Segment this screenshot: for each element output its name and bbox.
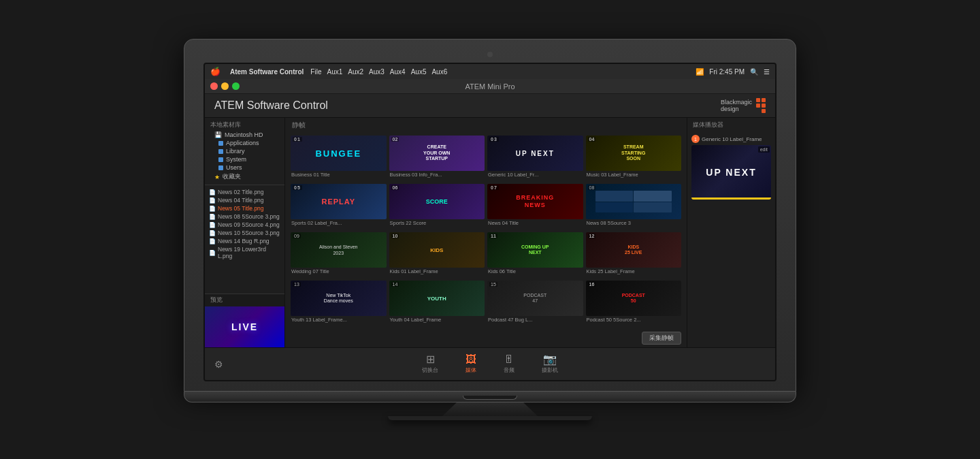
mac-menubar: 🍎 Atem Software Control File Aux1 Aux2 A… bbox=[205, 64, 775, 79]
media-player-preview: 1 Generic 10 Label_Frame edit UP NEXT bbox=[687, 132, 775, 202]
still-04[interactable]: 04 STREAMSTARTINGSOON Music 03 Label_Fra… bbox=[586, 136, 682, 181]
still-thumb-01: 01 BUNGEE bbox=[291, 136, 387, 171]
file-list: 📄 News 02 Title.png 📄 News 04 Title.png … bbox=[205, 188, 284, 294]
file-name: News 04 Title.png bbox=[218, 197, 264, 204]
still-number: 15 bbox=[489, 282, 497, 287]
audio-tab[interactable]: 🎚 音频 bbox=[490, 351, 528, 377]
menu-icon[interactable]: ☰ bbox=[764, 68, 770, 76]
folder-icon bbox=[218, 149, 223, 154]
edit-button[interactable]: edit bbox=[758, 146, 770, 153]
search-icon[interactable]: 🔍 bbox=[750, 68, 758, 76]
menu-aux3[interactable]: Aux3 bbox=[369, 68, 385, 76]
still-01[interactable]: 01 BUNGEE Business 01 Title bbox=[291, 136, 387, 181]
still-number: 12 bbox=[588, 234, 596, 238]
menu-aux1[interactable]: Aux1 bbox=[327, 68, 342, 76]
still-number: 06 bbox=[391, 185, 399, 190]
still-thumb-14: 14 YOUTH bbox=[389, 281, 485, 316]
still-11[interactable]: 11 COMING UPNEXT Kids 06 Title bbox=[487, 232, 583, 278]
preview-label: 预览 bbox=[205, 294, 284, 306]
bmd-dot-6 bbox=[762, 109, 766, 113]
minimize-button[interactable] bbox=[221, 82, 229, 90]
still-thumb-09: 09 Alison and Steven2023 bbox=[291, 232, 387, 268]
still-content: Alison and Steven2023 bbox=[319, 244, 357, 256]
still-content: PODCAST50 bbox=[622, 293, 645, 304]
bottom-toolbar: ⚙ ⊞ 切换台 🖼 媒体 🎚 音频 📷 摄影机 bbox=[205, 347, 775, 380]
file-item[interactable]: 📄 News 10 5Source 3.png bbox=[205, 229, 284, 237]
menu-aux2[interactable]: Aux2 bbox=[348, 68, 363, 76]
switcher-tab[interactable]: ⊞ 切换台 bbox=[408, 351, 452, 377]
folder-icon bbox=[218, 165, 223, 170]
menubar-app-name[interactable]: Atem Software Control bbox=[230, 68, 304, 76]
still-label-16: Podcast 50 5Source 2... bbox=[586, 316, 682, 323]
tree-system[interactable]: System bbox=[205, 155, 284, 163]
menu-aux6[interactable]: Aux6 bbox=[431, 68, 447, 76]
file-item[interactable]: 📄 News 19 Lower3rd L.png bbox=[205, 245, 284, 260]
still-05[interactable]: 05 REPLAY Sports 02 Label_Fra... bbox=[291, 184, 387, 230]
still-15[interactable]: 15 PODCAST47 Podcast 47 Bug L... bbox=[487, 281, 583, 326]
traffic-lights bbox=[210, 82, 240, 90]
center-panel: 静帧 01 BUNGEE Business 01 Title bbox=[285, 118, 687, 347]
media-tab[interactable]: 🖼 媒体 bbox=[452, 351, 490, 377]
file-item-selected[interactable]: 📄 News 05 Title.png bbox=[205, 204, 284, 212]
preview-thumbnail: LIVE bbox=[205, 306, 284, 347]
laptop-stand bbox=[442, 402, 538, 416]
still-13[interactable]: 13 New TikTokDance moves Youth 13 Label_… bbox=[291, 281, 387, 326]
tree-users[interactable]: Users bbox=[205, 163, 284, 172]
still-thumb-05: 05 REPLAY bbox=[291, 184, 387, 219]
still-label-12: Kids 25 Label_Frame bbox=[586, 268, 682, 275]
menu-aux4[interactable]: Aux4 bbox=[390, 68, 406, 76]
file-item[interactable]: 📄 News 04 Title.png bbox=[205, 196, 284, 204]
file-item[interactable]: 📄 News 02 Title.png bbox=[205, 188, 284, 196]
tree-library[interactable]: Library bbox=[205, 147, 284, 155]
tree-hd[interactable]: 💾 Macintosh HD bbox=[205, 131, 284, 139]
file-item[interactable]: 📄 News 08 5Source 3.png bbox=[205, 212, 284, 221]
still-06[interactable]: 06 SCORE Sports 22 Score bbox=[389, 184, 485, 230]
file-name: News 19 Lower3rd L.png bbox=[218, 246, 280, 259]
still-14[interactable]: 14 YOUTH Youth 04 Label_Frame bbox=[389, 281, 485, 326]
switcher-label: 切换台 bbox=[422, 366, 438, 374]
still-label-10: Kids 01 Label_Frame bbox=[389, 268, 485, 275]
file-icon: 📄 bbox=[209, 222, 216, 228]
star-icon: ★ bbox=[214, 174, 220, 180]
file-name: News 05 Title.png bbox=[218, 205, 264, 212]
menu-aux5[interactable]: Aux5 bbox=[411, 68, 427, 76]
file-item[interactable]: 📄 News 14 Bug R.png bbox=[205, 237, 284, 245]
still-number: 16 bbox=[588, 282, 596, 287]
media-icon: 🖼 bbox=[466, 354, 476, 365]
still-02[interactable]: 02 CREATEYOUR OWNSTARTUP Business 03 Inf… bbox=[389, 136, 485, 181]
up-next-display: UP NEXT bbox=[706, 167, 756, 178]
bmd-dot-4 bbox=[762, 104, 766, 108]
folder-icon bbox=[218, 141, 223, 146]
still-content: KIDS25 LIVE bbox=[625, 244, 642, 256]
file-item[interactable]: 📄 News 09 5Source 4.png bbox=[205, 221, 284, 229]
settings-gear-icon[interactable]: ⚙ bbox=[214, 359, 223, 370]
still-03[interactable]: 03 UP NEXT Generic 10 Label_Fr... bbox=[487, 136, 583, 181]
still-thumb-16: 16 PODCAST50 bbox=[586, 281, 682, 316]
menu-file[interactable]: File bbox=[310, 68, 321, 76]
still-08[interactable]: 08 News 08 5Source 3 bbox=[586, 184, 682, 230]
file-icon: 📄 bbox=[209, 250, 216, 256]
camera-tab[interactable]: 📷 摄影机 bbox=[528, 351, 572, 377]
still-16[interactable]: 16 PODCAST50 Podcast 50 5Source 2... bbox=[586, 281, 682, 326]
still-thumb-02: 02 CREATEYOUR OWNSTARTUP bbox=[389, 136, 485, 171]
users-label: Users bbox=[226, 164, 242, 171]
maximize-button[interactable] bbox=[232, 82, 240, 90]
library-label: Library bbox=[226, 148, 245, 155]
still-07[interactable]: 07 BREAKINGNEWS News 04 Title bbox=[487, 184, 583, 230]
still-09[interactable]: 09 Alison and Steven2023 Wedding 07 Titl… bbox=[291, 232, 387, 278]
stills-title: 静帧 bbox=[285, 118, 687, 133]
still-content: New TikTokDance moves bbox=[324, 293, 353, 304]
media-label: 媒体 bbox=[466, 366, 476, 374]
tree-favorites[interactable]: ★ 收藏夹 bbox=[205, 172, 284, 182]
still-label-14: Youth 04 Label_Frame bbox=[389, 316, 485, 323]
close-button[interactable] bbox=[210, 82, 218, 90]
apple-menu[interactable]: 🍎 bbox=[210, 67, 220, 76]
camera bbox=[487, 52, 493, 57]
still-12[interactable]: 12 KIDS25 LIVE Kids 25 Label_Frame bbox=[586, 232, 682, 278]
tree-applications[interactable]: Applications bbox=[205, 139, 284, 147]
still-thumb-12: 12 KIDS25 LIVE bbox=[586, 232, 682, 268]
collect-stills-button[interactable]: 采集静帧 bbox=[642, 332, 681, 345]
still-thumb-07: 07 BREAKINGNEWS bbox=[487, 184, 583, 219]
preview-text: LIVE bbox=[231, 321, 258, 332]
still-10[interactable]: 10 KIDS Kids 01 Label_Frame bbox=[389, 232, 485, 278]
